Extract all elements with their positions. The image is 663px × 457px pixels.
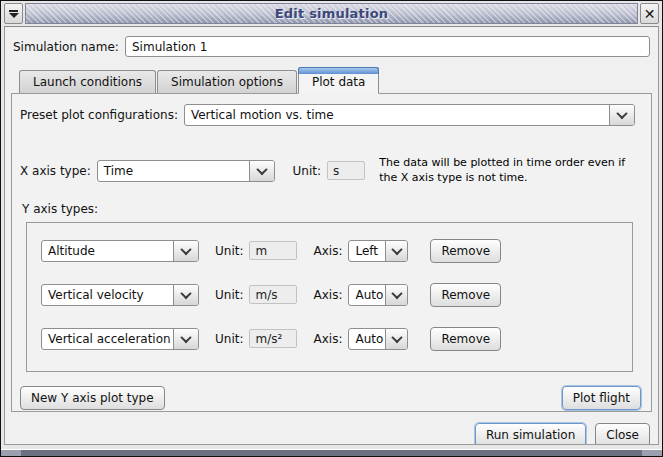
chevron-down-icon [616, 108, 627, 119]
y-axis-type-value: Altitude [42, 241, 173, 261]
chevron-down-icon [180, 244, 191, 255]
x-axis-type-label: X axis type: [20, 164, 91, 178]
unit-label: Unit: [215, 332, 243, 346]
y-axis-row: Vertical acceleration Unit: m/s² Axis: A… [41, 327, 632, 351]
simulation-name-input[interactable] [125, 36, 650, 57]
title-bar: Edit simulation ✕ [4, 3, 659, 24]
panel-buttons-row: New Y axis plot type Plot flight [20, 386, 643, 410]
y-axis-combobox-arrow-button[interactable] [173, 285, 198, 305]
axis-combobox-arrow-button[interactable] [385, 285, 407, 305]
axis-label: Axis: [313, 288, 342, 302]
y-axis-type-value: Vertical velocity [42, 285, 173, 305]
title-bar-stripes[interactable]: Edit simulation [25, 3, 638, 24]
y-axis-group: Altitude Unit: m Axis: Left Remov [26, 222, 633, 372]
axis-combobox[interactable]: Auto [348, 284, 408, 306]
axis-combobox[interactable]: Auto [348, 328, 408, 350]
tab-bar: Launch conditions Simulation options Plo… [11, 67, 652, 93]
chevron-down-icon [391, 288, 402, 299]
unit-field: m [249, 241, 297, 260]
plot-data-panel: Preset plot configurations: Vertical mot… [11, 93, 652, 412]
unit-label: Unit: [215, 288, 243, 302]
x-axis-combobox-arrow-button[interactable] [249, 161, 274, 181]
y-axis-type-combobox[interactable]: Vertical velocity [41, 284, 199, 306]
y-axis-combobox-arrow-button[interactable] [173, 329, 198, 349]
tab-label: Launch conditions [33, 75, 142, 89]
chevron-down-icon [391, 244, 402, 255]
preset-row: Preset plot configurations: Vertical mot… [20, 104, 643, 126]
x-axis-unit-label: Unit: [293, 164, 321, 178]
axis-combobox-value: Auto [349, 329, 385, 349]
axis-combobox-arrow-button[interactable] [385, 241, 407, 261]
y-axis-row: Vertical velocity Unit: m/s Axis: Auto [41, 283, 632, 307]
axis-combobox-value: Auto [349, 285, 385, 305]
x-axis-row: X axis type: Time Unit: s The data will … [20, 156, 643, 186]
window-resize-edge[interactable] [1, 449, 662, 456]
x-axis-unit-field: s [327, 161, 365, 180]
tab-label: Simulation options [171, 75, 283, 89]
close-icon: ✕ [644, 7, 656, 21]
axis-combobox-value: Left [349, 241, 385, 261]
close-button[interactable]: ✕ [640, 3, 659, 24]
new-y-axis-plot-type-button[interactable]: New Y axis plot type [20, 386, 165, 410]
dialog-body: Simulation name: Launch conditions Simul… [4, 26, 659, 445]
tab-simulation-options[interactable]: Simulation options [157, 70, 297, 93]
tab-label: Plot data [312, 75, 365, 89]
axis-combobox-arrow-button[interactable] [385, 329, 407, 349]
edit-simulation-dialog: Edit simulation ✕ Simulation name: Launc… [0, 0, 663, 457]
window-menu-button[interactable] [4, 3, 23, 24]
window-title: Edit simulation [275, 6, 388, 21]
chevron-down-icon [391, 332, 402, 343]
remove-button[interactable]: Remove [430, 327, 501, 351]
unit-label: Unit: [215, 244, 243, 258]
axis-label: Axis: [313, 244, 342, 258]
axis-combobox[interactable]: Left [348, 240, 408, 262]
run-simulation-button[interactable]: Run simulation [475, 423, 586, 445]
preset-combobox-arrow-button[interactable] [609, 105, 634, 125]
close-dialog-button[interactable]: Close [595, 423, 650, 445]
chevron-down-icon [180, 288, 191, 299]
preset-label: Preset plot configurations: [20, 108, 178, 122]
y-axis-type-value: Vertical acceleration [42, 329, 173, 349]
tab-plot-data[interactable]: Plot data [298, 67, 379, 94]
y-axis-row: Altitude Unit: m Axis: Left Remov [41, 239, 632, 263]
axis-label: Axis: [313, 332, 342, 346]
y-axis-type-combobox[interactable]: Vertical acceleration [41, 328, 199, 350]
footer-buttons-row: Run simulation Close [11, 423, 652, 445]
preset-combobox[interactable]: Vertical motion vs. time [184, 104, 635, 126]
window-menu-icon [9, 10, 19, 18]
simulation-name-row: Simulation name: [13, 36, 650, 57]
x-axis-note: The data will be plotted in time order e… [379, 156, 643, 186]
y-axis-type-combobox[interactable]: Altitude [41, 240, 199, 262]
simulation-name-label: Simulation name: [13, 40, 125, 54]
chevron-down-icon [256, 164, 267, 175]
chevron-down-icon [180, 332, 191, 343]
unit-field: m/s [249, 285, 297, 304]
unit-field: m/s² [249, 329, 297, 348]
remove-button[interactable]: Remove [430, 239, 501, 263]
x-axis-type-combobox[interactable]: Time [97, 160, 275, 182]
plot-flight-button[interactable]: Plot flight [562, 386, 641, 410]
x-axis-type-value: Time [98, 161, 249, 181]
preset-combobox-value: Vertical motion vs. time [185, 105, 609, 125]
tab-launch-conditions[interactable]: Launch conditions [19, 70, 156, 93]
remove-button[interactable]: Remove [430, 283, 501, 307]
y-axis-combobox-arrow-button[interactable] [173, 241, 198, 261]
y-axis-types-label: Y axis types: [22, 202, 643, 216]
